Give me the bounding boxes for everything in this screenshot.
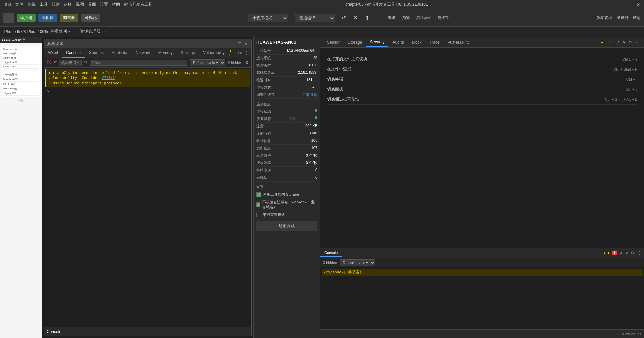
tab-sensor[interactable]: Sensor <box>323 38 344 47</box>
tab-mock[interactable]: Mock <box>408 38 426 47</box>
devtools-window-controls[interactable]: ─ □ ✕ <box>232 41 248 46</box>
compile-select[interactable]: 普通编译 <box>295 14 335 22</box>
version-mgr-btn[interactable]: 版本管理 <box>596 15 612 21</box>
bottom-chevron-down-icon[interactable]: ∨ <box>625 251 628 255</box>
tab-memory[interactable]: Memory <box>154 48 177 58</box>
recv-rate-label: 接收效率 <box>256 160 271 165</box>
menu-bar[interactable]: 项目 文件 编辑 工具 转到 选择 视图 界面 设置 帮助 微信开发者工具 <box>3 2 152 7</box>
settings-icon[interactable]: ⚙ <box>238 51 242 55</box>
minimize-button[interactable]: ─ <box>621 2 626 7</box>
right-more-icon[interactable]: ⋮ <box>635 40 639 45</box>
deselect-icon[interactable]: ⊘ <box>84 60 87 66</box>
bottom-settings-icon[interactable]: ⚙ <box>631 251 635 255</box>
resource-manager-btn[interactable]: 资源管理器 <box>80 29 100 35</box>
real-debug-action[interactable]: 真机调试 <box>416 15 431 20</box>
tab-trace[interactable]: Trace <box>425 38 443 47</box>
zoom-level: 100% <box>38 29 48 34</box>
bottom-tab-bar: Console ▲ 1 1 ∧ ∨ ⚙ ⋮ <box>320 248 644 258</box>
visualize-button[interactable]: 可视化 <box>81 14 100 22</box>
bottom-content: /ex/index] 将被索引 <box>320 267 644 329</box>
menu-project[interactable]: 项目 <box>3 2 11 7</box>
shortcut-toggle-panel: 切换面板 Ctrl + J <box>327 84 637 94</box>
rtt-label: 往返时时 <box>256 78 271 83</box>
checkbox-storage[interactable]: ✓ <box>256 192 261 197</box>
footer-console-tab[interactable]: Console <box>47 329 61 334</box>
right-chevron-down-icon[interactable]: ∨ <box>623 40 626 45</box>
console-link[interactable]: VM13:2 <box>102 76 115 80</box>
menu-view[interactable]: 视图 <box>76 2 84 7</box>
upload-action[interactable]: ⬆ <box>365 15 369 21</box>
unconfirmed-label: 未确认 <box>256 175 267 180</box>
service-status-value: 正常 <box>288 116 296 121</box>
top-filter[interactable]: 热重载 关~ <box>59 60 82 66</box>
details-btn[interactable]: 详情 <box>633 15 641 21</box>
clear-console-icon[interactable]: 🚫 <box>47 60 52 66</box>
service-status-dot <box>315 116 317 119</box>
refresh-console-icon[interactable]: ↺ <box>54 60 57 66</box>
menu-help[interactable]: 帮助 <box>112 2 120 7</box>
field-os: 运行系统 29 <box>256 55 317 62</box>
tab-audits[interactable]: Audits <box>388 38 408 47</box>
shortcut-toggle-sidebar-label: 切换侧边栏可见性 <box>327 96 359 102</box>
test-account-btn[interactable]: 测试号 <box>616 15 629 21</box>
bottom-more-icon[interactable]: ⋮ <box>637 251 641 255</box>
checkbox-domain[interactable]: ✓ <box>256 202 260 207</box>
preview-action[interactable]: 👁 <box>353 15 358 21</box>
simulator-content: flex-directio flex-wrap的 justify-cont al… <box>0 43 42 338</box>
bottom-tab-console[interactable]: Console <box>320 249 342 257</box>
bottom-console: Console ▲ 1 1 ∧ ∨ ⚙ ⋮ 3 hidden Default l… <box>320 248 644 338</box>
end-debug-button[interactable]: 结束调试 <box>256 221 317 231</box>
menu-interface[interactable]: 界面 <box>88 2 96 7</box>
more-icon[interactable]: ⋮ <box>245 51 249 55</box>
refresh-action[interactable]: ↺ <box>342 15 346 21</box>
devtools-maximize[interactable]: □ <box>238 41 241 46</box>
clear-cache-action[interactable]: 清缓存 <box>438 15 449 20</box>
tab-storage[interactable]: Storage <box>177 48 199 58</box>
more-action[interactable]: ⋯ <box>376 15 381 21</box>
tab-network[interactable]: Network <box>131 48 154 58</box>
right-settings-icon[interactable]: ⚙ <box>628 40 632 45</box>
tab-vulnerability[interactable]: Vulnerability <box>444 38 474 47</box>
menu-wechat-tools[interactable]: 微信开发者工具 <box>124 2 152 7</box>
menu-file[interactable]: 文件 <box>15 2 23 7</box>
debugger-button[interactable]: 调试器 <box>60 14 78 22</box>
tab-storage[interactable]: Storage <box>344 38 366 47</box>
menu-goto[interactable]: 转到 <box>52 2 60 7</box>
menu-edit[interactable]: 编辑 <box>28 2 36 7</box>
mode-select[interactable]: 小程序模式 <box>248 14 288 22</box>
maximize-button[interactable]: □ <box>629 2 633 7</box>
bottom-chevron-up-icon[interactable]: ∧ <box>620 251 623 255</box>
periodic-cache-value[interactable]: 互联终端 <box>303 92 317 97</box>
simulator-button[interactable]: 模拟器 <box>17 14 36 22</box>
settings-gear-icon[interactable]: ⚙ <box>245 60 249 65</box>
filter-input[interactable] <box>90 60 187 66</box>
window-controls[interactable]: ─ □ ✕ <box>621 2 641 7</box>
level-dropdown[interactable]: Default levels ▾ <box>190 59 225 66</box>
bottom-level-dropdown[interactable]: Default levels ▾ <box>340 259 375 266</box>
menu-select[interactable]: 选择 <box>64 2 72 7</box>
clear-cache-text: 清缓存 <box>438 15 449 20</box>
tab-vulnerability[interactable]: Vulnerability <box>199 48 229 58</box>
checkbox-node-inspect[interactable] <box>256 213 261 217</box>
view-issues-link[interactable]: View issues <box>622 332 641 336</box>
menu-tools[interactable]: 工具 <box>40 2 48 7</box>
right-chevron-up-icon[interactable]: ∧ <box>617 40 620 45</box>
menu-settings[interactable]: 设置 <box>100 2 108 7</box>
tab-console[interactable]: Console <box>62 48 85 58</box>
close-button[interactable]: ✕ <box>636 2 641 7</box>
devtools-close[interactable]: ✕ <box>244 41 248 46</box>
tab-sources[interactable]: Sources <box>85 48 108 58</box>
tab-wxml[interactable]: Wxml <box>44 48 62 58</box>
hotspot-toggle[interactable]: 热重载 关~ <box>51 29 70 35</box>
window-title: chapter03 - 微信开发者工具 RC 1.05.2109101 <box>345 2 428 7</box>
more-resource-btn[interactable]: ··· <box>104 29 107 34</box>
devtools-minimize[interactable]: ─ <box>232 41 236 46</box>
sent-msg-value: 107 <box>311 146 317 151</box>
tab-security[interactable]: Security <box>366 38 388 47</box>
sim-item-order: order的用法 <box>3 72 39 77</box>
sim-item-flex-basis: flex-basis的 <box>3 86 39 91</box>
service-status-row: 服务状态 正常 <box>256 115 317 123</box>
editor-button[interactable]: 编辑器 <box>38 14 57 22</box>
right-warn-badge: ▲ 1 ✕ 1 <box>600 40 614 44</box>
tab-appdata[interactable]: AppData <box>108 48 131 58</box>
